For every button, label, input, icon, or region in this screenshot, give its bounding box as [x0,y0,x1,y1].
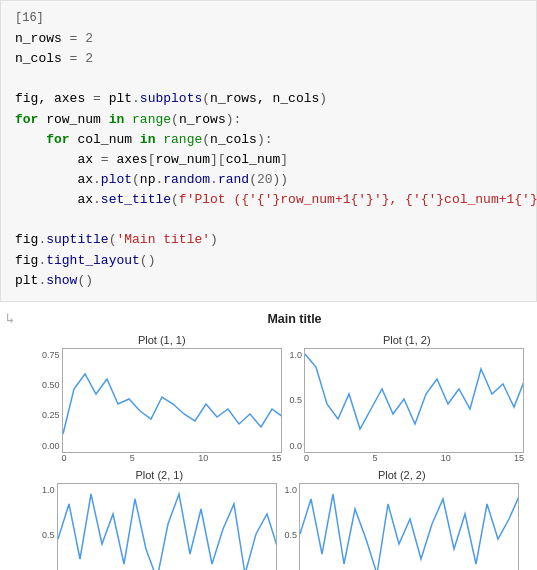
x-tick-5-p12: 5 [372,453,377,463]
code-line-axplot: ax.plot(np.random.rand(20)) [15,170,522,190]
y-tick-1-0-p21: 1.0 [42,485,55,495]
code-line-fig: fig, axes = plt.subplots(n_rows, n_cols) [15,89,522,109]
y-tick-0-50: 0.50 [42,380,60,390]
y-tick-0-5-p21: 0.5 [42,530,55,540]
y-tick-0-00-p11: 0.00 [42,441,60,451]
x-tick-5-p11: 5 [130,453,135,463]
code-line-for-col: for col_num in range(n_cols): [15,130,522,150]
code-cell: [16] n_rows = 2 n_cols = 2 fig, axes = p… [0,0,537,302]
plot-1-2-title: Plot (1, 2) [383,334,431,346]
output-arrow-icon: ↳ [6,310,14,327]
code-line-blank1 [15,69,522,89]
output-area: ↳ Main title Plot (1, 1) 0.75 0.50 0.25 … [0,302,537,570]
x-tick-0-p11: 0 [62,453,67,463]
y-tick-1-0-p22: 1.0 [285,485,298,495]
plot-2-2: Plot (2, 2) 1.0 0.5 0.0 0 5 [285,469,520,570]
code-line-n-cols: n_cols = 2 [15,49,522,69]
plot-1-2-svg [304,348,524,453]
cell-number: [16] [15,11,522,25]
code-line-n-rows: n_rows = 2 [15,29,522,49]
code-line-tight: fig.tight_layout() [15,251,522,271]
plot-row-2: Plot (2, 1) 1.0 0.5 0.0 0 5 [42,469,537,570]
plot-1-1-svg [62,348,282,453]
plot-2-1: Plot (2, 1) 1.0 0.5 0.0 0 5 [42,469,277,570]
plot-1-1: Plot (1, 1) 0.75 0.50 0.25 0.00 0 [42,334,282,463]
x-tick-10-p11: 10 [198,453,208,463]
x-tick-10-p12: 10 [441,453,451,463]
code-line-ax: ax = axes[row_num][col_num] [15,150,522,170]
code-line-show: plt.show() [15,271,522,291]
plot-row-1: Plot (1, 1) 0.75 0.50 0.25 0.00 0 [42,334,537,463]
code-line-blank2 [15,210,522,230]
suptitle-row: Main title [32,312,537,334]
y-tick-0-25: 0.25 [42,410,60,420]
plot-2-1-svg [57,483,277,570]
y-tick-0-0-p12: 0.0 [290,441,303,451]
x-tick-15-p11: 15 [272,453,282,463]
suptitle: Main title [52,312,537,326]
y-tick-0-75: 0.75 [42,350,60,360]
x-tick-0-p12: 0 [304,453,309,463]
code-line-axset: ax.set_title(f'Plot ({'{'}row_num+1{'}'}… [15,190,522,210]
plot-1-2: Plot (1, 2) 1.0 0.5 0.0 0 5 [290,334,525,463]
x-tick-15-p12: 15 [514,453,524,463]
code-line-for-row: for row_num in range(n_rows): [15,110,522,130]
plots-container: Main title Plot (1, 1) 0.75 0.50 0.25 0.… [32,312,537,570]
y-tick-1-0-p12: 1.0 [290,350,303,360]
y-tick-0-5-p12: 0.5 [290,395,303,405]
plot-2-2-svg [299,483,519,570]
plot-2-1-title: Plot (2, 1) [135,469,183,481]
plot-2-2-title: Plot (2, 2) [378,469,426,481]
y-tick-0-5-p22: 0.5 [285,530,298,540]
plot-1-1-title: Plot (1, 1) [138,334,186,346]
code-line-suptitle: fig.suptitle('Main title') [15,230,522,250]
